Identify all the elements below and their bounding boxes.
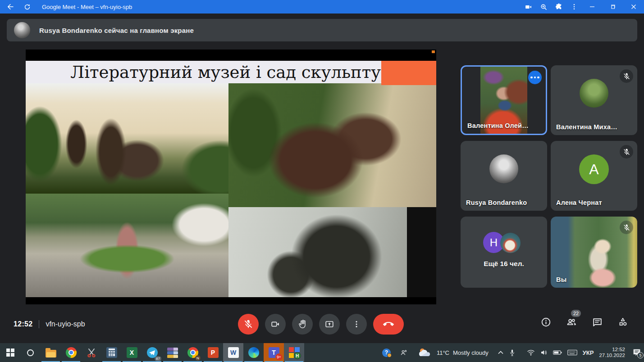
tray-volume-icon[interactable] <box>540 349 548 356</box>
tray-date: 27.10.2022 <box>599 353 625 358</box>
close-button[interactable] <box>623 0 644 14</box>
slide-orange-block <box>381 61 436 85</box>
taskbar-calculator[interactable] <box>101 343 122 362</box>
participant-letter-avatar: A <box>579 154 609 184</box>
slide-photo-statues-building <box>26 83 228 194</box>
shared-screen-stage: Літературний музей і сад скульптур <box>26 50 436 304</box>
weather-description[interactable]: Mostly cloudy <box>453 349 489 356</box>
raise-hand-button[interactable] <box>292 314 313 335</box>
refresh-icon[interactable] <box>23 3 31 11</box>
participant-tile[interactable]: Валентина Миха… <box>551 65 637 135</box>
participants-count-badge: 22 <box>571 310 581 317</box>
tray-battery-icon[interactable] <box>553 350 562 355</box>
taskbar-chrome-profile[interactable]: N <box>183 343 203 362</box>
camera-permission-icon[interactable] <box>521 0 536 14</box>
action-center-icon[interactable]: 5 <box>632 348 641 357</box>
chrome-icon <box>66 347 77 358</box>
start-button[interactable] <box>0 343 20 362</box>
presenter-banner: Rusya Bondarenko сейчас на главном экран… <box>7 19 637 41</box>
participant-avatar <box>489 154 518 183</box>
participant-name: Алена Чернат <box>556 199 632 206</box>
meeting-code: vfn-uyio-spb <box>46 320 85 328</box>
slide-title: Літературний музей і сад скульптур <box>70 63 391 82</box>
weather-temp[interactable]: 11°C <box>437 349 449 356</box>
slide-corner-marker <box>432 50 435 53</box>
winrar-icon <box>167 347 178 358</box>
meeting-clock: 12:52 <box>14 320 32 328</box>
back-icon[interactable] <box>6 3 14 11</box>
telegram-unread-badge: 87 <box>155 356 161 361</box>
call-controls <box>238 314 404 335</box>
taskbar-edge[interactable] <box>243 343 264 362</box>
taskbar-snipping-tool[interactable] <box>81 343 101 362</box>
slide-photo-cart-sculpture <box>228 207 436 297</box>
taskbar-chrome[interactable] <box>61 343 81 362</box>
presenter-banner-text: Rusya Bondarenko сейчас на главном экран… <box>39 27 194 34</box>
meet-app-icon: H <box>289 347 300 358</box>
mic-toggle-button[interactable] <box>238 314 259 335</box>
people-tray-icon[interactable] <box>400 348 408 357</box>
tray-mic-icon[interactable] <box>509 349 515 357</box>
powerpoint-icon: P <box>208 347 219 358</box>
meet-profile-badge: H <box>294 352 301 359</box>
taskbar-teams-alert[interactable]: T 9+ <box>264 343 284 362</box>
browser-titlebar: Google Meet - Meet – vfn-uyio-spb <box>0 0 644 14</box>
participant-name: Валентина Миха… <box>556 123 632 131</box>
taskbar-file-explorer[interactable] <box>41 343 61 362</box>
extensions-icon[interactable] <box>551 0 566 14</box>
edge-icon <box>248 347 259 358</box>
word-icon: W <box>228 347 239 358</box>
meeting-details-icon[interactable] <box>540 316 552 328</box>
taskbar-meet-pwa[interactable]: H <box>284 343 304 362</box>
taskbar-winrar[interactable] <box>162 343 183 362</box>
teams-notification-badge: 9+ <box>275 353 283 361</box>
mic-muted-icon <box>620 145 633 158</box>
taskbar-excel[interactable]: X <box>122 343 142 362</box>
overflow-count-label: Ещё 16 чел. <box>461 260 547 268</box>
browser-tab-title: Google Meet - Meet – vfn-uyio-spb <box>42 4 132 10</box>
chat-panel-icon[interactable] <box>591 316 603 328</box>
tray-touch-keyboard-icon[interactable] <box>567 349 577 356</box>
participant-tile[interactable]: Rusya Bondarenko <box>461 141 547 211</box>
present-screen-button[interactable] <box>319 314 340 335</box>
more-options-button[interactable] <box>346 314 367 335</box>
windows-logo-icon <box>6 348 14 357</box>
system-tray: ? 11°C Mostly cloudy УКР 12:52 27.10.202… <box>382 343 644 362</box>
maximize-button[interactable] <box>603 0 623 14</box>
action-center-badge: 5 <box>637 352 644 358</box>
tray-clock[interactable]: 12:52 27.10.2022 <box>599 347 625 358</box>
help-tray-icon[interactable]: ? <box>382 348 391 357</box>
overflow-participants-tile[interactable]: H Ещё 16 чел. <box>461 217 547 288</box>
participant-tile[interactable]: A Алена Чернат <box>551 141 637 211</box>
participant-tile-active[interactable]: Валентина Олей… <box>461 65 547 135</box>
participants-panel-icon[interactable]: 22 <box>566 316 577 328</box>
activities-panel-icon[interactable] <box>617 316 629 328</box>
taskbar-powerpoint[interactable]: P <box>203 343 223 362</box>
meeting-panels: 22 <box>540 316 629 328</box>
self-view-tile[interactable]: Вы <box>551 217 637 288</box>
tray-wifi-icon[interactable] <box>527 349 535 356</box>
file-explorer-icon <box>46 350 56 357</box>
cortana-search-button[interactable] <box>20 343 41 362</box>
mic-muted-icon <box>620 69 633 83</box>
divider <box>39 320 39 328</box>
presenter-avatar <box>14 22 30 38</box>
taskbar-word-active[interactable]: W <box>223 343 243 362</box>
minimize-button[interactable] <box>582 0 603 14</box>
meeting-info: 12:52 vfn-uyio-spb <box>14 313 85 335</box>
snipping-tool-icon <box>86 347 97 358</box>
slide-title-band: Літературний музей і сад скульптур <box>26 61 436 83</box>
tray-time: 12:52 <box>599 347 625 353</box>
language-indicator[interactable]: УКР <box>583 349 594 356</box>
slide-photo-horse-sculpture <box>228 83 436 207</box>
leave-call-button[interactable] <box>373 314 404 335</box>
tile-more-options-icon[interactable] <box>528 71 542 84</box>
camera-toggle-button[interactable] <box>265 314 286 335</box>
weather-icon[interactable] <box>418 348 431 357</box>
taskbar-telegram[interactable]: 87 <box>142 343 162 362</box>
participant-name: Rusya Bondarenko <box>466 199 542 206</box>
zoom-page-icon[interactable] <box>536 0 551 14</box>
excel-icon: X <box>127 347 137 358</box>
browser-menu-icon[interactable] <box>566 0 582 14</box>
tray-expand-chevron-icon[interactable] <box>498 350 504 355</box>
